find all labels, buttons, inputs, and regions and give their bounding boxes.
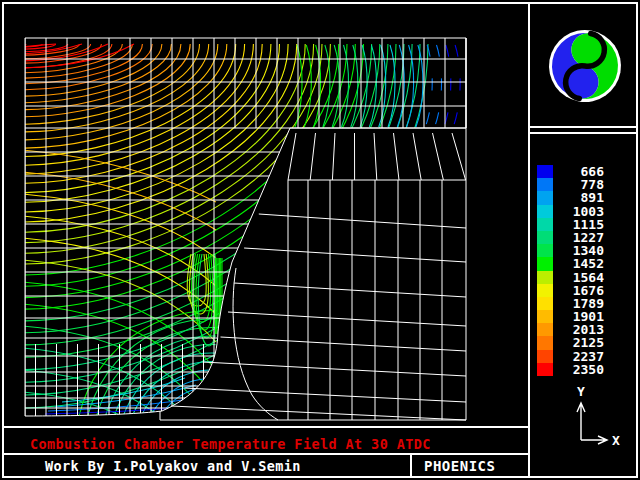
legend-row: 1003	[537, 205, 607, 218]
legend-swatch	[537, 218, 553, 231]
legend-row: 1452	[537, 257, 607, 270]
legend-value: 1676	[561, 284, 604, 297]
legend-value: 1115	[561, 218, 604, 231]
credit-text: Work By I.Polyakov and V.Semin	[45, 458, 301, 474]
chart-title: Combustion Chamber Temperature Field At …	[30, 436, 431, 452]
title-bar: Combustion Chamber Temperature Field At …	[4, 434, 528, 455]
legend-swatch	[537, 244, 553, 257]
legend-swatch	[537, 310, 553, 323]
legend-row: 1676	[537, 284, 607, 297]
legend-value: 2350	[561, 363, 604, 376]
legend-swatch	[537, 257, 553, 270]
y-axis-label: Y	[577, 384, 585, 399]
legend-divider	[530, 132, 636, 134]
legend-row: 1564	[537, 271, 607, 284]
legend-row: 2350	[537, 363, 607, 376]
y-axis-arrow-icon	[577, 403, 585, 440]
legend-swatch	[537, 284, 553, 297]
temperature-legend: 6667788911003111512271340145215641676178…	[537, 165, 607, 376]
temperature-contour-plot	[0, 0, 528, 432]
logo-panel	[530, 4, 636, 128]
legend-swatch	[537, 323, 553, 336]
legend-value: 2237	[561, 350, 604, 363]
legend-row: 891	[537, 191, 607, 204]
phoenics-box: PHOENICS	[410, 455, 528, 476]
legend-value: 1003	[561, 205, 604, 218]
plot-bottom-divider	[4, 426, 528, 428]
phoenics-brand: PHOENICS	[424, 458, 495, 474]
legend-swatch	[537, 178, 553, 191]
phoenics-logo	[530, 4, 636, 126]
legend-swatch	[537, 231, 553, 244]
x-axis-label: X	[612, 433, 620, 448]
axis-indicator: Y X	[552, 382, 626, 452]
legend-value: 2125	[561, 336, 604, 349]
legend-swatch	[537, 350, 553, 363]
legend-swatch	[537, 363, 553, 376]
legend-swatch	[537, 297, 553, 310]
legend-row: 1115	[537, 218, 607, 231]
legend-swatch	[537, 205, 553, 218]
x-axis-arrow-icon	[581, 436, 607, 444]
legend-swatch	[537, 336, 553, 349]
legend-swatch	[537, 271, 553, 284]
legend-value: 1564	[561, 271, 604, 284]
legend-value: 891	[561, 191, 604, 204]
legend-swatch	[537, 191, 553, 204]
legend-row: 2125	[537, 336, 607, 349]
phoenics-screen: Combustion Chamber Temperature Field At …	[0, 0, 640, 480]
legend-value: 1452	[561, 257, 604, 270]
legend-row: 2237	[537, 350, 607, 363]
legend-swatch	[537, 165, 553, 178]
